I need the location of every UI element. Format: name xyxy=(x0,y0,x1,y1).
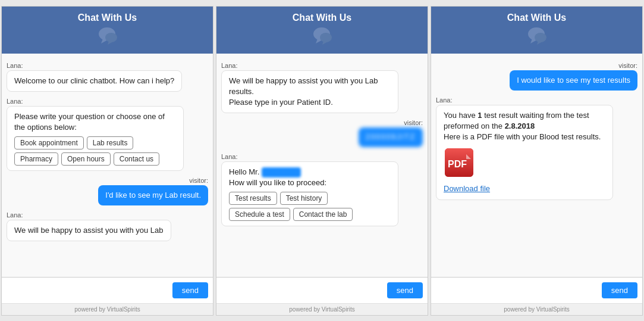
sender-label: Lana: xyxy=(221,62,423,69)
chat-header-3: Chat With Us xyxy=(431,7,642,54)
chat-input-1[interactable] xyxy=(7,286,169,295)
chat-icon-1 xyxy=(97,26,118,50)
bubble-lana-p2-1: We will be happy to assist you with you … xyxy=(221,70,398,114)
svg-point-10 xyxy=(535,33,546,42)
bubble-lana-options: Please write your question or choose one… xyxy=(7,106,184,171)
bubble-visitor-p3: I would like to see my test results xyxy=(510,70,637,91)
chat-body-2: Lana: We will be happy to assist you wit… xyxy=(216,54,428,277)
download-link[interactable]: Download file xyxy=(444,183,605,194)
visitor-label: visitor: xyxy=(7,177,208,184)
powered-by-1: powered by VirtualSpirits xyxy=(2,303,213,315)
chat-header-2: Chat With Us xyxy=(216,7,428,54)
sender-label: Lana: xyxy=(7,211,208,219)
bubble-visitor: I'd like to see my Lab result. xyxy=(98,185,208,205)
chat-icon-2 xyxy=(312,26,333,50)
chat-body-3: visitor: I would like to see my test res… xyxy=(431,54,642,277)
chat-panel-2: Chat With Us Lana: We will be happy to a… xyxy=(216,6,428,316)
visitor-label: visitor: xyxy=(436,62,637,69)
option-contact-us[interactable]: Contact us xyxy=(114,152,159,166)
visitor-label: visitor: xyxy=(221,119,423,126)
option-test-results[interactable]: Test results xyxy=(229,192,277,205)
chat-header-1: Chat With Us xyxy=(2,7,213,54)
sender-label: Lana: xyxy=(436,96,637,104)
message-row: Lana: We will be happy to assist you wit… xyxy=(7,211,208,244)
sender-label: Lana: xyxy=(221,153,423,160)
message-row: Lana: We will be happy to assist you wit… xyxy=(221,62,423,116)
chat-panel-3: Chat With Us visitor: I would like to se… xyxy=(431,6,643,316)
chat-body-1: Lana: Welcome to our clinic chatbot. How… xyxy=(2,54,213,277)
options-row: Book appointment Lab results Pharmacy Op… xyxy=(14,136,176,166)
svg-text:PDF: PDF xyxy=(448,159,467,169)
options-row: Test results Test history Schedule a tes… xyxy=(229,192,391,221)
send-button-2[interactable]: send xyxy=(387,282,423,298)
option-lab-results[interactable]: Lab results xyxy=(87,136,134,149)
option-book-appointment[interactable]: Book appointment xyxy=(14,136,84,149)
send-button-3[interactable]: send xyxy=(602,282,637,298)
svg-point-6 xyxy=(320,33,332,42)
sender-label: Lana: xyxy=(7,62,208,69)
chat-footer-3: send xyxy=(431,277,642,303)
message-row: Lana: Hello Mr. Brightman, How will you … xyxy=(221,153,423,229)
header-title-3: Chat With Us xyxy=(507,13,566,23)
chat-footer-1: send xyxy=(2,277,213,303)
message-row-visitor: visitor: 200009JITZ xyxy=(221,119,423,149)
blurred-name: Brightman, xyxy=(262,167,301,177)
bubble-lana-p3: You have 1 test result waiting from the … xyxy=(436,105,613,200)
message-row: Lana: You have 1 test result waiting fro… xyxy=(436,96,637,202)
chat-input-3[interactable] xyxy=(436,286,598,295)
powered-by-2: powered by VirtualSpirits xyxy=(216,303,428,315)
bubble-lana-3: We will be happy to assist you with you … xyxy=(7,220,171,241)
powered-by-3: powered by VirtualSpirits xyxy=(431,303,642,315)
option-test-history[interactable]: Test history xyxy=(280,192,328,205)
bubble-visitor-blurred: 200009JITZ xyxy=(359,127,423,147)
header-title-1: Chat With Us xyxy=(78,13,137,23)
pdf-icon[interactable]: PDF xyxy=(444,147,475,178)
send-button-1[interactable]: send xyxy=(172,282,208,298)
bubble-lana: Welcome to our clinic chatbot. How can i… xyxy=(7,70,182,92)
sender-label: Lana: xyxy=(7,98,208,105)
option-contact-lab[interactable]: Contact the lab xyxy=(293,208,353,221)
message-row-visitor: visitor: I would like to see my test res… xyxy=(436,62,637,93)
svg-point-2 xyxy=(105,33,117,42)
chat-icon-3 xyxy=(526,26,548,50)
message-row-visitor: visitor: I'd like to see my Lab result. xyxy=(7,177,208,208)
chat-input-2[interactable] xyxy=(221,286,384,295)
chat-footer-2: send xyxy=(216,277,428,303)
message-row: Lana: Please write your question or choo… xyxy=(7,98,208,173)
option-open-hours[interactable]: Open hours xyxy=(61,152,111,166)
option-schedule-test[interactable]: Schedule a test xyxy=(229,208,290,221)
message-row: Lana: Welcome to our clinic chatbot. How… xyxy=(7,62,208,94)
chat-panel-1: Chat With Us Lana: Welcome to our clinic… xyxy=(1,6,213,316)
header-title-2: Chat With Us xyxy=(293,13,351,23)
option-pharmacy[interactable]: Pharmacy xyxy=(14,152,58,166)
bubble-lana-p2-options: Hello Mr. Brightman, How will you like t… xyxy=(221,161,398,226)
